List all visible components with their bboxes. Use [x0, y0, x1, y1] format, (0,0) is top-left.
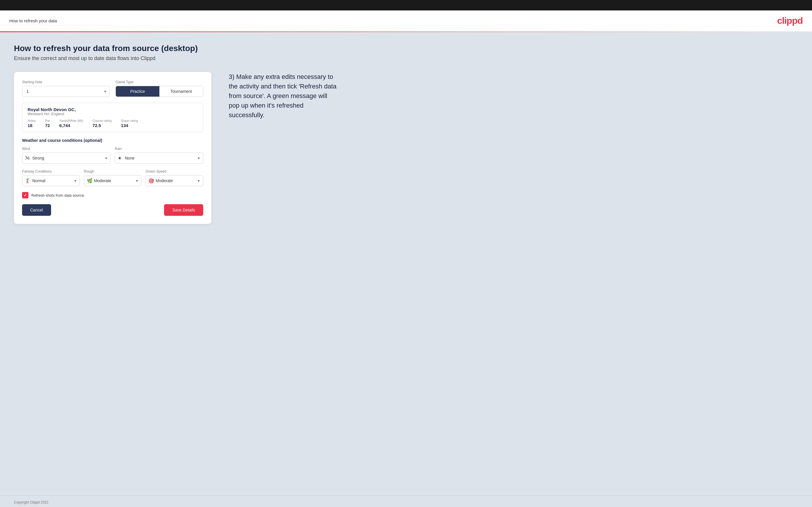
stat-par: Par 72: [45, 119, 50, 128]
course-name: Royal North Devon GC,: [28, 107, 198, 112]
stat-yards: Yards/White (M)) 6,744: [59, 119, 83, 128]
rough-label: Rough: [84, 169, 142, 173]
stat-course-rating: Course rating 72.5: [93, 119, 112, 128]
rough-select[interactable]: Moderate Light Heavy: [84, 175, 142, 186]
fairway-group: Fairway Conditions 🏌 Normal Firm Soft: [22, 169, 80, 186]
game-type-label: Game Type: [115, 80, 203, 84]
cancel-button[interactable]: Cancel: [22, 204, 51, 216]
course-info-box: Royal North Devon GC, Westward Ho!, Engl…: [22, 103, 203, 132]
wind-group: Wind 🌬 Strong Light Moderate Calm: [22, 147, 111, 164]
rain-label: Rain: [115, 147, 203, 151]
holes-value: 18: [28, 123, 36, 128]
fairway-label: Fairway Conditions: [22, 169, 80, 173]
green-speed-group: Green Speed 🎯 Moderate Fast Slow: [145, 169, 203, 186]
yards-label: Yards/White (M)): [59, 119, 83, 122]
header: How to refresh your data clippd: [0, 10, 812, 31]
slope-rating-label: Slope rating: [121, 119, 138, 122]
refresh-checkbox[interactable]: [22, 192, 29, 199]
yards-value: 6,744: [59, 123, 83, 128]
rough-select-wrapper[interactable]: 🌿 Moderate Light Heavy: [84, 175, 142, 186]
holes-label: Holes: [28, 119, 36, 122]
description-panel: 3) Make any extra edits necessary to the…: [229, 72, 339, 120]
conditions-title: Weather and course conditions (optional): [22, 138, 203, 143]
practice-button[interactable]: Practice: [116, 86, 159, 97]
green-speed-label: Green Speed: [145, 169, 203, 173]
wind-select[interactable]: Strong Light Moderate Calm: [22, 153, 111, 164]
wind-rain-row: Wind 🌬 Strong Light Moderate Calm Rain: [22, 147, 203, 164]
stat-slope-rating: Slope rating 134: [121, 119, 138, 128]
game-type-group: Game Type Practice Tournament: [115, 80, 203, 97]
button-row: Cancel Save Details: [22, 204, 203, 216]
course-rating-value: 72.5: [93, 123, 112, 128]
fairway-select[interactable]: Normal Firm Soft: [22, 175, 80, 186]
wind-select-wrapper[interactable]: 🌬 Strong Light Moderate Calm: [22, 153, 111, 164]
tournament-button[interactable]: Tournament: [159, 86, 203, 97]
par-label: Par: [45, 119, 50, 122]
header-title: How to refresh your data: [9, 18, 57, 23]
green-speed-select[interactable]: Moderate Fast Slow: [145, 175, 203, 186]
rain-group: Rain ☀ None Light Heavy: [115, 147, 203, 164]
refresh-label: Refresh shots from data source: [31, 193, 84, 198]
green-speed-select-wrapper[interactable]: 🎯 Moderate Fast Slow: [145, 175, 203, 186]
content-row: Starting Hole 1 2 10 Game Type Practice …: [14, 72, 798, 224]
footer-text: Copyright Clippd 2022: [14, 500, 48, 504]
par-value: 72: [45, 123, 50, 128]
page-subheading: Ensure the correct and most up to date d…: [14, 55, 798, 61]
logo: clippd: [777, 15, 803, 26]
starting-hole-select[interactable]: 1 2 10: [22, 86, 110, 97]
rain-select[interactable]: None Light Heavy: [115, 153, 203, 164]
footer: Copyright Clippd 2022: [0, 495, 812, 507]
starting-hole-group: Starting Hole 1 2 10: [22, 80, 110, 97]
stat-holes: Holes 18: [28, 119, 36, 128]
form-card: Starting Hole 1 2 10 Game Type Practice …: [14, 72, 211, 224]
course-rating-label: Course rating: [93, 119, 112, 122]
game-type-toggle: Practice Tournament: [115, 86, 203, 97]
wind-label: Wind: [22, 147, 111, 151]
fairway-select-wrapper[interactable]: 🏌 Normal Firm Soft: [22, 175, 80, 186]
rain-select-wrapper[interactable]: ☀ None Light Heavy: [115, 153, 203, 164]
starting-game-row: Starting Hole 1 2 10 Game Type Practice …: [22, 80, 203, 97]
rough-group: Rough 🌿 Moderate Light Heavy: [84, 169, 142, 186]
slope-rating-value: 134: [121, 123, 138, 128]
save-button[interactable]: Save Details: [164, 204, 203, 216]
refresh-checkbox-row[interactable]: Refresh shots from data source: [22, 192, 203, 199]
course-stats: Holes 18 Par 72 Yards/White (M)) 6,744 C…: [28, 119, 198, 128]
main-content: How to refresh your data from source (de…: [0, 32, 812, 495]
page-heading: How to refresh your data from source (de…: [14, 44, 798, 53]
starting-hole-select-wrapper[interactable]: 1 2 10: [22, 86, 110, 97]
conditions-bottom-row: Fairway Conditions 🏌 Normal Firm Soft Ro…: [22, 169, 203, 186]
starting-hole-label: Starting Hole: [22, 80, 110, 84]
course-location: Westward Ho!, England: [28, 112, 198, 116]
description-text: 3) Make any extra edits necessary to the…: [229, 72, 339, 120]
